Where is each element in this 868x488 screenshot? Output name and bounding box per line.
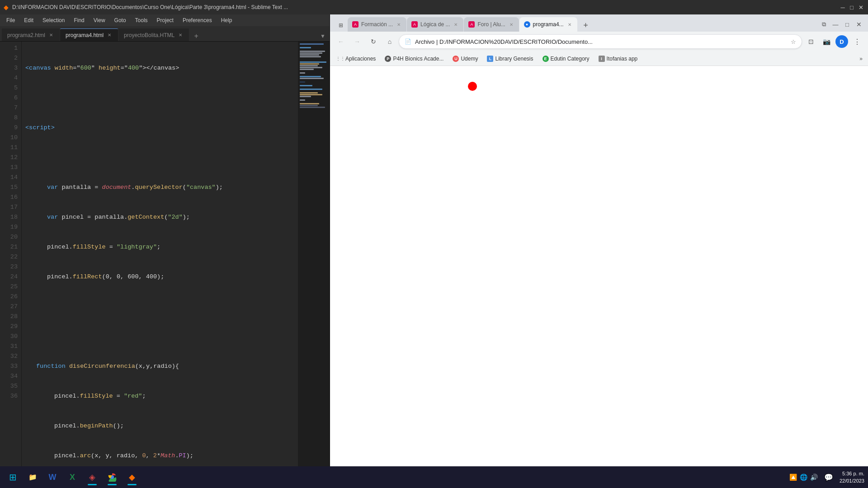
reload-button[interactable]: ↻ [366, 34, 381, 49]
tab-label-programa2: programa2.html [7, 32, 45, 38]
tab-favicon-programa4: ● [524, 21, 530, 28]
main-content: File Edit Selection Find View Goto Tools… [0, 14, 868, 488]
taskbar-word[interactable]: W [43, 468, 61, 486]
code-line-5: var pantalla = document.querySelector("c… [25, 183, 294, 192]
tab-label-proyectobolita: proyectoBolita.HTML [124, 32, 175, 38]
minimap-content [298, 42, 330, 110]
taskbar-vscode[interactable]: ◈ [83, 468, 101, 486]
menu-tools[interactable]: Tools [132, 16, 151, 24]
browser-window-controls: ⧉ — □ ✕ [818, 19, 864, 32]
browser-menu-button[interactable]: ⋮ [850, 34, 864, 49]
browser-tab-logica[interactable]: A Lógica de ... ✕ [407, 17, 463, 32]
menu-preferences[interactable]: Preferences [179, 16, 216, 24]
browser-maximize-button[interactable]: □ [842, 19, 853, 30]
browser-tab-programa4[interactable]: ● programa4... ✕ [519, 17, 577, 32]
browser-tab-list-button[interactable]: ⊞ [335, 19, 347, 32]
browser-minimize-button[interactable]: — [830, 19, 841, 30]
line-numbers: 12345 678910 1112131415 1617181920 21222… [0, 42, 22, 477]
tab-list-dropdown[interactable]: ▼ [318, 31, 328, 41]
code-content[interactable]: <canvas width="600" height="400"></canva… [22, 42, 298, 477]
tab-favicon-logica: A [411, 21, 418, 28]
new-tab-button[interactable]: + [191, 31, 201, 41]
notification-center-button[interactable]: 💬 [821, 470, 836, 484]
taskbar-sublime[interactable]: ◆ [123, 468, 141, 486]
code-editor[interactable]: 12345 678910 1112131415 1617181920 21222… [0, 42, 330, 477]
browser-chrome: ⊞ A Formación ... ✕ A Lógica de ... ✕ A … [330, 14, 868, 66]
tab-close-proyectobolita[interactable]: ✕ [177, 32, 184, 38]
tab-programa4[interactable]: programa4.html ✕ [60, 28, 118, 41]
bookmarks-bar: ⋮⋮ Aplicaciones P P4H Bionics Acade... U… [330, 52, 868, 66]
title-bar: ◆ D:\INFORMACION DAVID\ESCRITORIO\Docume… [0, 0, 868, 14]
profile-button[interactable]: D [835, 35, 848, 48]
home-button[interactable]: ⌂ [382, 34, 397, 49]
menu-find[interactable]: Find [70, 16, 88, 24]
forward-button[interactable]: → [350, 34, 364, 49]
taskbar-excel[interactable]: X [63, 468, 81, 486]
minimize-button[interactable]: ─ [839, 4, 846, 11]
menu-goto[interactable]: Goto [111, 16, 130, 24]
bookmark-edutin[interactable]: E Edutin Category [539, 55, 593, 63]
code-line-4 [25, 153, 294, 163]
menu-file[interactable]: File [3, 16, 19, 24]
tab-close-programa4-browser[interactable]: ✕ [566, 21, 573, 28]
bookmark-aplicaciones[interactable]: ⋮⋮ Aplicaciones [334, 55, 379, 63]
tab-close-programa4[interactable]: ✕ [106, 32, 113, 38]
browser-close-button[interactable]: ✕ [854, 19, 864, 30]
close-button[interactable]: ✕ [857, 4, 864, 11]
bookmark-udemy[interactable]: U Udemy [449, 55, 481, 63]
word-icon: W [49, 473, 57, 482]
security-icon: 📄 [405, 38, 411, 45]
code-line-7: pincel.fillStyle = "lightgray"; [25, 242, 294, 252]
code-line-14: pincel.arc(x, y, radio, 0, 2*Math.PI); [25, 451, 294, 461]
file-explorer-icon: 📁 [28, 473, 37, 481]
screen-capture-button[interactable]: 📷 [819, 34, 834, 49]
tab-close-logica[interactable]: ✕ [453, 21, 459, 28]
code-line-8: pincel.fillRect(0, 0, 600, 400); [25, 272, 294, 282]
menu-edit[interactable]: Edit [20, 16, 37, 24]
bookmark-p4h[interactable]: P P4H Bionics Acade... [381, 55, 447, 63]
star-icon: ☆ [791, 38, 796, 45]
tab-programa2[interactable]: programa2.html ✕ [2, 28, 60, 41]
back-button[interactable]: ← [334, 34, 348, 49]
address-bar[interactable]: 📄 Archivo | D:/INFORMACION%20DAVID/ESCRI… [399, 34, 802, 49]
code-line-12: pincel.fillStyle = "red"; [25, 391, 294, 401]
title-bar-controls: ─ □ ✕ [839, 4, 864, 11]
taskbar-file-explorer[interactable]: 📁 [24, 468, 42, 486]
bookmark-label-itofanias: Itofanias app [607, 56, 638, 62]
tab-title-formacion: Formación ... [361, 21, 393, 28]
menu-view[interactable]: View [90, 16, 109, 24]
bookmark-label-library-genesis: Library Genesis [495, 56, 533, 62]
system-clock[interactable]: 5:36 p. m. 22/01/2023 [840, 470, 864, 485]
menu-help[interactable]: Help [217, 16, 236, 24]
browser-new-tab-button[interactable]: + [580, 19, 592, 32]
browser-tab-foro[interactable]: A Foro | Alu... ✕ [464, 17, 519, 32]
bookmark-icon-edutin: E [542, 56, 549, 62]
start-button[interactable]: ⊞ [4, 468, 22, 486]
tab-close-foro[interactable]: ✕ [508, 21, 514, 28]
editor-tab-bar: programa2.html ✕ programa4.html ✕ proyec… [0, 26, 330, 42]
taskbar-chrome[interactable] [103, 468, 121, 486]
tab-title-logica: Lógica de ... [420, 21, 450, 28]
canvas-preview [330, 66, 868, 488]
maximize-button[interactable]: □ [848, 4, 855, 11]
bookmarks-more-button[interactable]: » [858, 55, 864, 63]
menu-selection[interactable]: Selection [39, 16, 68, 24]
menu-project[interactable]: Project [153, 16, 177, 24]
tab-favicon-foro: A [468, 21, 475, 28]
tray-arrow-icon[interactable]: 🔼 [789, 474, 797, 481]
bookmark-label-edutin: Edutin Category [551, 56, 590, 62]
network-icon[interactable]: 🌐 [800, 474, 807, 481]
bookmark-library-genesis[interactable]: L Library Genesis [483, 55, 537, 63]
menu-bar: File Edit Selection Find View Goto Tools… [0, 14, 330, 26]
tab-close-formacion[interactable]: ✕ [396, 21, 402, 28]
bookmark-icon-p4h: P [385, 56, 391, 62]
tab-close-programa2[interactable]: ✕ [48, 32, 54, 38]
sublime-text-panel: File Edit Selection Find View Goto Tools… [0, 14, 330, 488]
browser-content-area [330, 66, 868, 488]
tab-proyectobolita[interactable]: proyectoBolita.HTML ✕ [118, 28, 189, 41]
bookmark-itofanias[interactable]: I Itofanias app [595, 55, 642, 63]
browser-tab-formacion[interactable]: A Formación ... ✕ [348, 17, 406, 32]
volume-icon[interactable]: 🔊 [810, 474, 818, 481]
cast-button[interactable]: ⊡ [804, 34, 818, 49]
browser-restore-button[interactable]: ⧉ [818, 19, 829, 30]
